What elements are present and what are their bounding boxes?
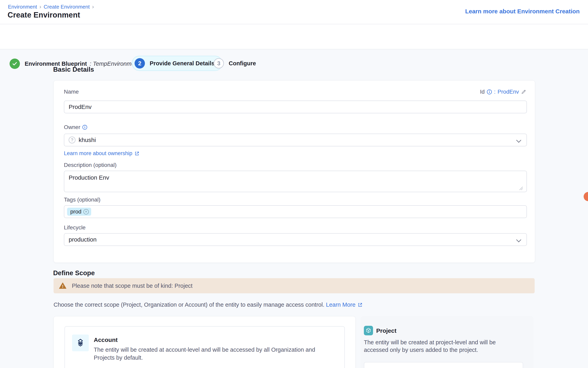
owner-label: Owner <box>64 124 80 130</box>
id-row: Id : ProdEnv <box>480 89 526 95</box>
scope-learn-more-label: Learn More <box>326 302 355 308</box>
project-picker-select[interactable] <box>364 362 523 368</box>
name-input[interactable] <box>64 101 527 113</box>
stepper-bar: Environment Blueprint : TempEnvironment … <box>0 24 588 49</box>
basic-details-heading: Basic Details <box>53 66 94 73</box>
learn-more-environment-creation-link[interactable]: Learn more about Environment Creation <box>465 8 580 15</box>
step3-number-badge: 3 <box>214 58 224 68</box>
basic-details-card: Name Id : ProdEnv Owner ? khushi <box>54 81 535 263</box>
scope-option-account[interactable]: Account The entity will be created at ac… <box>64 326 345 368</box>
check-icon <box>9 59 20 69</box>
scope-options-panel: Account The entity will be created at ac… <box>54 316 355 368</box>
id-label: Id <box>480 89 485 95</box>
info-icon[interactable] <box>487 89 492 95</box>
page-title: Create Environment <box>8 11 80 19</box>
learn-more-ownership-link[interactable]: Learn more about ownership <box>64 150 140 156</box>
external-link-icon <box>358 302 363 307</box>
step2-label: Provide General Details <box>150 60 215 67</box>
id-separator: : <box>494 89 496 95</box>
warning-triangle-icon <box>59 282 67 290</box>
step-provide-general-details[interactable]: 2 Provide General Details <box>132 56 223 71</box>
account-option-description: The entity will be created at account-le… <box>94 346 331 362</box>
owner-select[interactable]: ? khushi <box>64 134 527 146</box>
account-option-title: Account <box>94 337 118 343</box>
lifecycle-value: production <box>69 236 97 243</box>
scope-learn-more-link[interactable]: Learn More <box>326 302 363 308</box>
account-layers-icon <box>72 335 89 351</box>
owner-value: khushi <box>79 137 96 143</box>
chevron-down-icon <box>516 237 521 242</box>
step3-label: Configure <box>229 60 256 67</box>
info-icon[interactable] <box>82 125 87 130</box>
breadcrumb-create-environment[interactable]: Create Environment <box>44 4 90 10</box>
breadcrumb-separator-icon: › <box>39 4 41 10</box>
tag-chip: prod ✕ <box>67 208 91 216</box>
floating-help-bubble[interactable] <box>584 192 588 201</box>
remove-tag-icon[interactable]: ✕ <box>83 209 89 214</box>
page-header: Environment › Create Environment › Creat… <box>0 0 588 24</box>
tags-label: Tags (optional) <box>64 197 100 203</box>
breadcrumb-separator-icon: › <box>92 4 94 10</box>
tag-chip-label: prod <box>70 209 81 215</box>
ownership-link-row: Learn more about ownership <box>64 150 140 156</box>
owner-label-row: Owner <box>64 124 87 130</box>
ownership-link-label: Learn more about ownership <box>64 150 132 156</box>
description-textarea[interactable]: Production Env <box>64 171 527 192</box>
define-scope-heading: Define Scope <box>53 269 95 277</box>
scope-option-project-panel[interactable]: Project The entity will be created at pr… <box>361 316 534 368</box>
project-option-title: Project <box>376 327 397 334</box>
name-label: Name <box>64 89 79 95</box>
edit-pencil-icon[interactable] <box>521 89 526 95</box>
description-label: Description (optional) <box>64 162 117 168</box>
scope-hint-text: Choose the correct scope (Project, Organ… <box>54 302 324 308</box>
breadcrumb: Environment › Create Environment › <box>8 4 94 10</box>
project-option-description: The entity will be created at project-le… <box>364 339 517 354</box>
external-link-icon <box>134 151 140 156</box>
breadcrumb-environment[interactable]: Environment <box>8 4 37 10</box>
scope-warning-text: Please note that scope must be of kind: … <box>72 283 192 289</box>
scope-hint: Choose the correct scope (Project, Organ… <box>54 302 363 308</box>
step-configure[interactable]: 3 Configure <box>214 56 256 71</box>
chevron-down-icon <box>516 138 521 143</box>
project-cube-icon <box>364 326 373 335</box>
create-environment-page: Environment › Create Environment › Creat… <box>0 0 588 368</box>
scope-warning-banner: Please note that scope must be of kind: … <box>54 278 535 293</box>
lifecycle-label: Lifecycle <box>64 224 86 231</box>
question-mark-icon: ? <box>69 137 75 143</box>
lifecycle-select[interactable]: production <box>64 233 527 246</box>
step2-number-badge: 2 <box>135 58 145 68</box>
id-value[interactable]: ProdEnv <box>498 89 519 95</box>
tags-input[interactable]: prod ✕ <box>64 205 527 218</box>
